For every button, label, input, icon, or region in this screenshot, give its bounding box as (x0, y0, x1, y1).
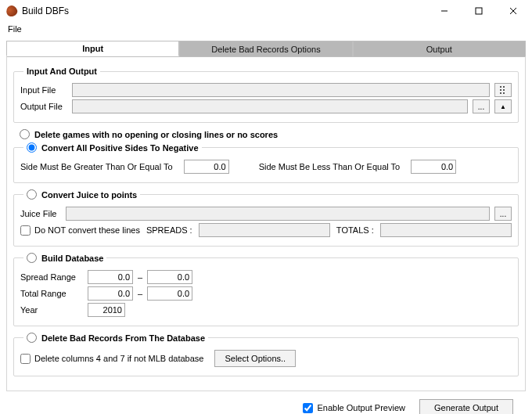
dont-convert-label: Do NOT convert these lines (34, 225, 140, 235)
delete-games-label: Delete games with no opening or closing … (34, 130, 278, 139)
side-le-field[interactable] (411, 160, 456, 174)
svg-rect-4 (500, 86, 501, 88)
tab-input[interactable]: Input (6, 41, 179, 56)
delete-games-radio[interactable] (20, 129, 30, 139)
tab-delete-bad-options[interactable]: Delete Bad Records Options (179, 41, 352, 56)
grid-icon (500, 86, 506, 94)
totals-label: TOTALS : (336, 225, 374, 235)
spread-range-hi[interactable] (147, 270, 192, 284)
app-icon (5, 4, 19, 18)
enable-preview-checkbox[interactable] (303, 403, 313, 413)
generate-output-button[interactable]: Generate Output (419, 399, 513, 414)
output-file-browse-button[interactable]: ... (473, 99, 490, 113)
output-file-label: Output File (20, 102, 67, 111)
spreads-label: SPREADS : (146, 225, 192, 235)
year-label: Year (20, 305, 83, 315)
dash-1: – (138, 272, 142, 282)
up-arrow-icon: ▲ (500, 103, 506, 110)
delete-bad-radio[interactable] (27, 333, 37, 343)
dash-2: – (138, 289, 142, 298)
window-title: Build DBFs (22, 5, 69, 16)
delete-columns-checkbox[interactable] (20, 354, 31, 364)
delete-bad-group: Delete Bad Records From The Database Del… (13, 333, 519, 376)
year-field[interactable] (88, 303, 125, 317)
close-button[interactable] (496, 0, 530, 22)
juice-file-browse-button[interactable]: ... (494, 207, 512, 221)
tab-strip: Input Delete Bad Records Options Output (6, 41, 526, 56)
delete-columns-label: Delete columns 4 and 7 if not MLB databa… (34, 354, 203, 363)
output-file-field[interactable] (72, 99, 468, 113)
select-options-button[interactable]: Select Options.. (214, 350, 296, 367)
svg-rect-11 (503, 92, 505, 94)
side-ge-label: Side Must Be Greater Than Or Equal To (20, 162, 173, 171)
juice-group: Convert Juice to points Juice File ... D… (13, 189, 519, 247)
title-bar: Build DBFs (0, 0, 532, 22)
build-database-radio[interactable] (27, 253, 37, 263)
side-ge-field[interactable] (184, 160, 229, 174)
juice-legend: Convert Juice to points (41, 190, 137, 200)
svg-rect-8 (503, 89, 505, 91)
convert-negative-legend: Convert All Positive Sides To Negative (41, 143, 199, 153)
input-output-legend: Input And Output (23, 67, 100, 76)
spread-range-lo[interactable] (88, 270, 133, 284)
svg-rect-10 (500, 92, 501, 94)
input-file-label: Input File (20, 85, 67, 95)
delete-bad-legend: Delete Bad Records From The Database (41, 333, 205, 343)
dont-convert-checkbox[interactable] (20, 225, 31, 236)
side-le-label: Side Must Be Less Than Or Equal To (259, 162, 401, 171)
juice-radio[interactable] (27, 189, 37, 200)
enable-preview-label: Enable Output Preview (317, 403, 405, 412)
spreads-field[interactable] (199, 223, 330, 237)
total-range-hi[interactable] (147, 286, 192, 301)
delete-games-radio-row: Delete games with no opening or closing … (20, 129, 519, 139)
input-file-field[interactable] (72, 83, 490, 97)
juice-file-field[interactable] (66, 207, 490, 221)
convert-negative-group: Convert All Positive Sides To Negative S… (13, 142, 519, 183)
total-range-label: Total Range (20, 289, 83, 298)
convert-negative-radio[interactable] (27, 142, 37, 153)
svg-rect-5 (503, 86, 505, 88)
build-database-group: Build Database Spread Range – Total Rang… (13, 253, 519, 326)
build-database-legend: Build Database (41, 254, 103, 263)
menu-file[interactable]: File (5, 23, 25, 35)
totals-field[interactable] (380, 223, 512, 237)
input-panel: Input And Output Input File Output File … (6, 56, 526, 391)
svg-rect-7 (500, 89, 501, 91)
input-file-browse-button[interactable] (494, 83, 512, 97)
menu-bar: File (0, 22, 532, 36)
output-file-up-button[interactable]: ▲ (494, 99, 512, 113)
svg-rect-1 (476, 8, 482, 14)
juice-file-label: Juice File (20, 209, 61, 218)
tab-output[interactable]: Output (353, 41, 526, 56)
spread-range-label: Spread Range (20, 272, 83, 282)
footer-bar: Enable Output Preview Generate Output (6, 391, 526, 414)
minimize-button[interactable] (427, 0, 462, 22)
maximize-button[interactable] (462, 0, 496, 22)
input-output-group: Input And Output Input File Output File … (13, 67, 519, 123)
total-range-lo[interactable] (88, 286, 133, 301)
